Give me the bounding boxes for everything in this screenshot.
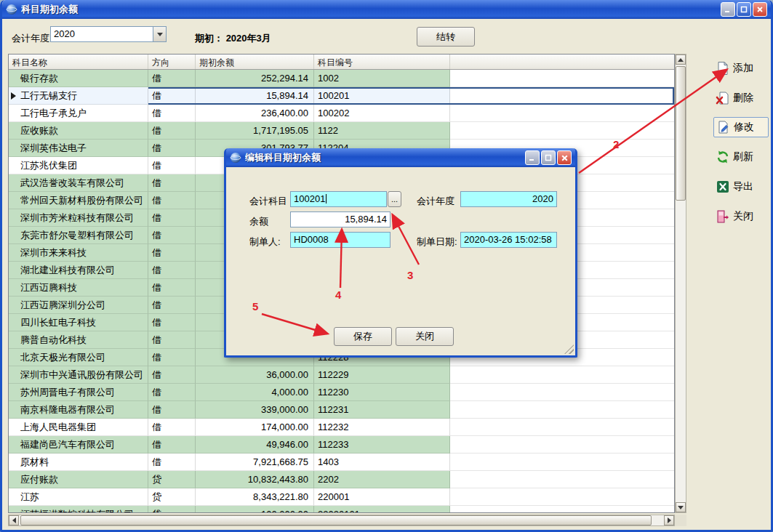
balance-cell: 174,000.00 [196, 419, 314, 436]
save-button[interactable]: 保存 [334, 327, 392, 346]
balance-cell: 252,294.14 [196, 70, 314, 87]
table-row[interactable]: 苏州周晋电子有限公司 借 4,000.00 112230 [9, 384, 674, 401]
code-cell: 1122 [314, 122, 450, 140]
account-name-cell: 四川长虹电子科技 [9, 314, 148, 331]
fiscal-year-value: 2020 [51, 27, 153, 41]
direction-cell: 借 [148, 244, 196, 262]
code-cell: 2202 [314, 471, 450, 488]
carry-forward-button[interactable]: 结转 [417, 27, 475, 47]
account-name-cell: 江西迈腾深圳分公司 [9, 297, 148, 314]
exit-icon [716, 209, 730, 224]
filler-cell [450, 384, 674, 401]
table-row[interactable]: 工行无锡支行 借 15,894.14 100201 [9, 87, 674, 105]
dropdown-arrow-icon[interactable] [153, 27, 166, 41]
table-row[interactable]: 上海人民电器集团 借 174,000.00 112232 [9, 419, 674, 436]
delete-button-label: 删除 [733, 92, 753, 105]
account-browse-button[interactable]: ... [388, 191, 401, 207]
account-name-cell: 工行电子承兑户 [9, 105, 148, 122]
date-field[interactable]: 2020-03-26 15:02:58 [460, 232, 557, 248]
table-row[interactable]: 江苏 贷 8,343,221.80 220001 [9, 488, 674, 506]
account-name-cell: 深圳市来来科技 [9, 244, 148, 262]
table-row[interactable]: 江苏恒潜数控科技有限公司 贷 100,000.00 22020101 [9, 506, 674, 513]
text-caret [326, 194, 327, 203]
account-input[interactable]: 100201 [290, 191, 387, 207]
scroll-up-icon[interactable] [676, 55, 686, 65]
direction-cell: 借 [148, 262, 196, 279]
period-value: 2020年3月 [226, 33, 271, 44]
minimize-button[interactable] [721, 2, 735, 17]
direction-cell: 借 [148, 454, 196, 471]
direction-cell: 借 [148, 70, 196, 87]
export-button-label: 导出 [733, 180, 753, 193]
table-row[interactable]: 福建尚邑汽车有限公司 借 49,946.00 112233 [9, 436, 674, 454]
dialog-maximize-button[interactable] [541, 150, 556, 165]
vertical-scroll-thumb[interactable] [676, 66, 686, 201]
scroll-left-icon[interactable] [9, 515, 19, 525]
balance-field-label: 余额 [249, 215, 268, 228]
direction-cell: 借 [148, 192, 196, 209]
scroll-down-icon[interactable] [676, 502, 686, 512]
add-button[interactable]: 添加 [713, 58, 769, 78]
refresh-button[interactable]: 刷新 [713, 147, 769, 167]
modify-button[interactable]: 修改 [713, 117, 769, 137]
scroll-right-icon[interactable] [664, 515, 674, 525]
col-header-account-code[interactable]: 科目编号 [314, 55, 450, 69]
balance-cell: 10,832,443.80 [196, 471, 314, 488]
col-header-account-name[interactable]: 科目名称 [9, 55, 148, 69]
account-name-cell: 福建尚邑汽车有限公司 [9, 436, 148, 454]
table-row[interactable]: 银行存款 借 252,294.14 1002 [9, 70, 674, 87]
account-name-cell: 湖北建业科技有限公司 [9, 262, 148, 279]
table-row[interactable]: 工行电子承兑户 借 236,400.00 100202 [9, 105, 674, 122]
balance-input[interactable]: 15,894.14 [290, 211, 390, 227]
direction-cell: 借 [148, 384, 196, 401]
scrollbar-corner [675, 515, 686, 526]
add-button-label: 添加 [733, 62, 753, 75]
dialog-close-action-button[interactable]: 关闭 [396, 327, 454, 346]
fiscal-year-select[interactable]: 2020 [50, 26, 167, 42]
filler-cell [450, 471, 674, 488]
col-header-opening-balance[interactable]: 期初余额 [196, 55, 314, 69]
code-cell: 1002 [314, 70, 450, 87]
dialog-minimize-button[interactable] [525, 150, 540, 165]
delete-button[interactable]: 删除 [713, 88, 769, 108]
table-row[interactable]: 应收账款 借 1,717,195.05 1122 [9, 122, 674, 140]
filler-cell [450, 436, 674, 454]
balance-cell: 8,343,221.80 [196, 488, 314, 506]
filler-cell [450, 122, 674, 140]
table-row[interactable]: 深圳市中兴通讯股份有限公司 借 36,000.00 112229 [9, 366, 674, 384]
direction-cell: 借 [148, 122, 196, 140]
code-cell: 1403 [314, 454, 450, 471]
table-row[interactable]: 应付账款 贷 10,832,443.80 2202 [9, 471, 674, 488]
code-cell: 22020101 [314, 506, 450, 513]
preparer-input[interactable]: HD0008 [290, 232, 390, 248]
vertical-scrollbar[interactable] [675, 54, 686, 513]
refresh-button-label: 刷新 [733, 150, 753, 164]
direction-cell: 借 [148, 349, 196, 366]
code-cell: 112233 [314, 436, 450, 454]
close-panel-button[interactable]: 关闭 [713, 206, 769, 227]
year-field[interactable]: 2020 [460, 191, 557, 207]
account-name-cell: 原材料 [9, 454, 148, 471]
account-name-cell: 江苏 [9, 488, 148, 506]
horizontal-scrollbar[interactable] [8, 515, 675, 526]
table-row[interactable]: 原材料 借 7,921,668.75 1403 [9, 454, 674, 471]
horizontal-scroll-thumb[interactable] [20, 515, 652, 525]
balance-cell: 339,000.00 [196, 401, 314, 419]
table-header: 科目名称 方向 期初余额 科目编号 [9, 55, 674, 70]
period-caption: 期初： [195, 33, 223, 44]
direction-cell: 借 [148, 314, 196, 331]
account-name-cell: 深圳市中兴通讯股份有限公司 [9, 366, 148, 384]
direction-cell: 借 [148, 174, 196, 192]
col-header-direction[interactable]: 方向 [148, 55, 196, 69]
fiscal-year-label: 会计年度 [12, 32, 49, 45]
dialog-close-button[interactable] [557, 150, 572, 165]
main-window: 科目期初余额 会计年度 2020 期初： 2020年3月 结转 科目名称 方向 … [0, 0, 773, 532]
resize-grip[interactable] [564, 344, 574, 354]
year-field-label: 会计年度 [417, 195, 454, 208]
close-button[interactable] [753, 2, 767, 17]
table-row[interactable]: 南京科隆电器有限公司 借 339,000.00 112231 [9, 401, 674, 419]
account-input-value: 100201 [294, 193, 325, 204]
export-button[interactable]: 导出 [713, 177, 769, 197]
date-field-label: 制单日期: [417, 235, 457, 249]
maximize-button[interactable] [737, 2, 751, 17]
